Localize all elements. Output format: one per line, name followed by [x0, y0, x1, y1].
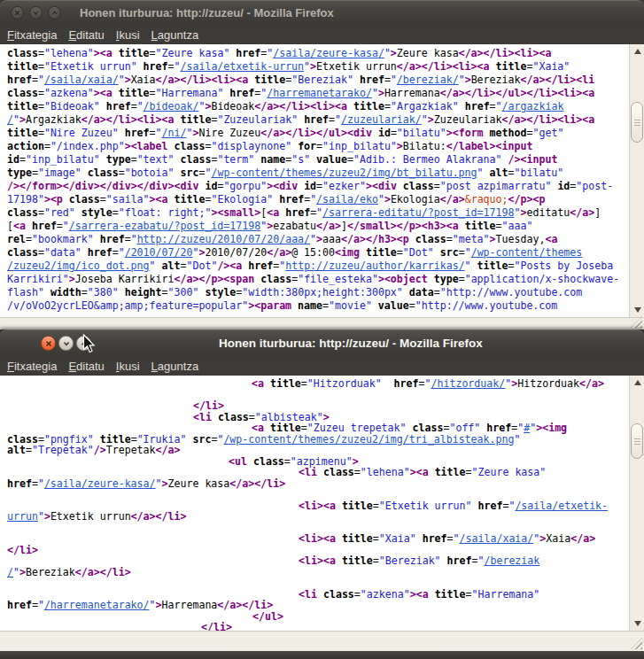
statusbar-bottom — [0, 631, 644, 651]
maximize-button[interactable] — [48, 6, 61, 19]
menu-item-laguntza[interactable]: Laguntza — [151, 28, 199, 42]
code-line: class="red" style="float: right;"><small… — [7, 206, 629, 220]
menu-item-laguntza[interactable]: Laguntza — [151, 360, 199, 373]
code-line: /">Bereziak</a></li> — [7, 567, 629, 578]
source-view-top[interactable]: class="lehena"><a title="Zeure kasa" hre… — [0, 44, 644, 317]
firefox-source-window-bottom: Honen iturburua: http://zuzeu/ - Mozilla… — [0, 330, 644, 651]
source-code-bottom: <a title="Hitzorduak" href="/hitzorduak/… — [0, 376, 629, 631]
arrow-down-icon — [634, 621, 641, 626]
code-line: href="/saila/xaia/">Xaia</a></li><li><a … — [7, 74, 629, 87]
code-line: href="/harremanetarako/">Harremana</a></… — [7, 600, 629, 611]
mouse-cursor — [82, 334, 96, 354]
titlebar-bottom[interactable]: Honen iturburua: http://zuzeu/ - Mozilla… — [0, 330, 644, 356]
code-line: flash" width="380" height="300" style="w… — [7, 286, 629, 299]
window-title: Honen iturburua: http://zuzeu/ - Mozilla… — [80, 6, 334, 19]
code-line: class="data" href="/2010/07/20">2010/07/… — [7, 246, 629, 260]
chevron-down-icon — [62, 339, 71, 348]
scrollbar-thumb[interactable] — [631, 102, 643, 143]
scrollbar-bottom[interactable] — [629, 376, 644, 631]
menu-item-editatu[interactable]: Editatu — [68, 28, 104, 42]
scroll-up-button[interactable] — [630, 376, 644, 390]
titlebar-top[interactable]: Honen iturburua: http://zuzeu/ - Mozilla… — [0, 0, 644, 25]
menu-item-ikusi[interactable]: Ikusi — [116, 360, 140, 373]
arrow-up-icon — [634, 49, 641, 54]
chevron-up-icon — [50, 9, 58, 17]
code-line: title="Bideoak" href="/bideoak/">Bideoak… — [7, 100, 629, 113]
arrow-down-icon — [634, 307, 641, 313]
close-button[interactable] — [41, 336, 56, 351]
code-line: <a title="Hitzorduak" href="/hitzorduak/… — [7, 378, 629, 390]
code-line: urrun">Etxetik urrun</a></li> — [7, 511, 629, 523]
code-line: </li> — [7, 622, 629, 631]
code-line: Karrikiri">Joseba Karrikiri</a></p><span… — [7, 273, 629, 286]
minimize-button[interactable] — [29, 6, 43, 19]
resize-grip[interactable] — [631, 316, 642, 328]
code-line: id="inp_bilatu" type="text" class="term"… — [7, 153, 629, 167]
statusbar-top — [0, 317, 644, 330]
scrollbar-thumb[interactable] — [631, 423, 643, 459]
source-code-top: class="lehena"><a title="Zeure kasa" hre… — [0, 44, 629, 317]
close-icon — [44, 339, 53, 348]
scroll-up-button[interactable] — [630, 44, 644, 58]
window-title: Honen iturburua: http://zuzeu/ - Mozilla… — [219, 337, 483, 350]
code-line: /">Argazkiak</a></li><li><a title="Zuzeu… — [7, 113, 629, 127]
code-line: [<a href="/sarrera-ezabatu/?post_id=1719… — [7, 220, 629, 233]
code-line: rel="bookmark" href="http://zuzeu/2010/0… — [7, 233, 629, 246]
code-line: class="lehena"><a title="Zeure kasa" hre… — [7, 47, 629, 60]
menu-item-fitxategia[interactable]: Fitxategia — [7, 360, 57, 373]
code-line: action="/index.php"><label class="displa… — [7, 140, 629, 153]
scroll-down-button[interactable] — [630, 616, 644, 631]
menu-item-ikusi[interactable]: Ikusi — [116, 28, 140, 42]
menubar-bottom: FitxategiaEditatuIkusiLaguntza — [0, 356, 644, 376]
code-line: 17198"><p class="saila"><a title="Ekolog… — [7, 193, 629, 206]
code-line: /></form></div></div></div><div id="gorp… — [7, 180, 629, 193]
minimize-button[interactable] — [58, 336, 74, 351]
code-line: /v/oVoO2ycrLEO&amp;amp;feature=popular">… — [7, 299, 629, 313]
close-icon — [13, 9, 21, 17]
scrollbar-top[interactable] — [629, 44, 644, 317]
arrow-up-icon — [634, 380, 641, 385]
code-line: class="azkena"><a title="Harremana" href… — [7, 87, 629, 100]
window-controls-top — [11, 6, 61, 19]
code-line: <li><a title="Xaia" href="/saila/xaia/">… — [7, 533, 629, 545]
menu-item-fitxategia[interactable]: Fitxategia — [7, 28, 57, 42]
code-line: title="Etxetik urrun" href="/saila/etxet… — [7, 60, 629, 74]
close-button[interactable] — [11, 6, 24, 19]
code-line: /zuzeu2/img/ico_dot.png" alt="Dot"/><a h… — [7, 260, 629, 273]
code-line — [7, 390, 629, 401]
resize-grip[interactable] — [631, 638, 642, 649]
code-line: href="/saila/zeure-kasa/">Zeure kasa</a>… — [7, 478, 629, 490]
window-bottom-edge — [0, 651, 644, 659]
source-view-bottom[interactable]: <a title="Hitzorduak" href="/hitzorduak/… — [0, 376, 644, 631]
code-line: </ul> — [7, 611, 629, 623]
code-line: type="image" class="botoia" src="/wp-con… — [7, 167, 629, 180]
chevron-down-icon — [32, 9, 40, 17]
menu-item-editatu[interactable]: Editatu — [68, 360, 104, 373]
firefox-source-window-top: Honen iturburua: http://zuzeu/ - Mozilla… — [0, 0, 644, 330]
code-line: title="Nire Zuzeu" href="/ni/">Nire Zuze… — [7, 127, 629, 140]
menubar-top: FitxategiaEditatuIkusiLaguntza — [0, 25, 644, 44]
scroll-down-button[interactable] — [630, 303, 644, 317]
